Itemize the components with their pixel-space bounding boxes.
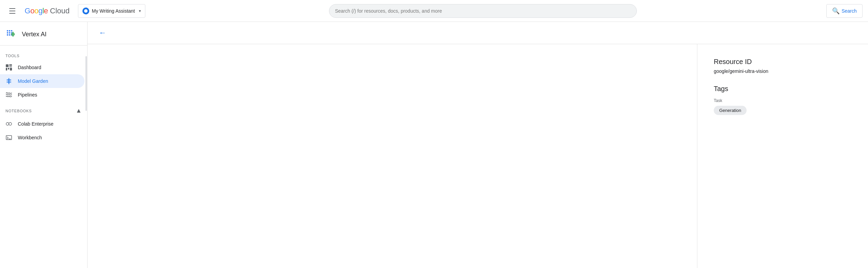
resource-id-section: Resource ID google/gemini-ultra-vision bbox=[714, 58, 852, 74]
colab-icon bbox=[5, 120, 12, 127]
svg-point-15 bbox=[6, 123, 9, 125]
sidebar-scrollbar-thumb bbox=[86, 56, 87, 111]
svg-rect-7 bbox=[9, 34, 10, 36]
search-input[interactable] bbox=[335, 8, 631, 14]
project-dropdown-icon: ▾ bbox=[139, 9, 141, 13]
search-button-label: Search bbox=[842, 8, 857, 14]
colab-enterprise-label: Colab Enterprise bbox=[18, 121, 53, 127]
svg-rect-10 bbox=[9, 64, 12, 66]
main-layout: Vertex AI TOOLS Dashboard bbox=[0, 22, 868, 268]
content-left bbox=[88, 44, 697, 268]
content-toolbar: ← bbox=[88, 22, 868, 44]
sidebar-item-pipelines[interactable]: Pipelines bbox=[0, 88, 84, 102]
search-button[interactable]: 🔍 Search bbox=[826, 4, 863, 18]
dashboard-icon bbox=[5, 64, 12, 71]
vertex-ai-icon bbox=[5, 29, 16, 40]
sidebar-item-dashboard[interactable]: Dashboard bbox=[0, 61, 84, 74]
google-cloud-logo: Google Cloud bbox=[25, 7, 70, 15]
logo-g-blue: G bbox=[25, 7, 30, 15]
notebooks-section-label: NOTEBOOKS bbox=[5, 109, 32, 113]
svg-point-16 bbox=[9, 123, 12, 125]
content-area: ← Resource ID google/gemini-ultra-vision… bbox=[88, 22, 868, 268]
notebooks-chevron-icon: ▲ bbox=[76, 107, 82, 114]
logo-g-red: o bbox=[30, 7, 35, 15]
content-right-panel: Resource ID google/gemini-ultra-vision T… bbox=[697, 44, 868, 268]
svg-rect-2 bbox=[11, 30, 12, 31]
menu-button[interactable] bbox=[5, 4, 19, 18]
tags-label: Tags bbox=[714, 85, 852, 93]
search-bar[interactable] bbox=[329, 4, 637, 18]
sidebar-title: Vertex AI bbox=[22, 31, 47, 38]
svg-rect-3 bbox=[7, 32, 8, 34]
notebooks-group-header[interactable]: NOTEBOOKS ▲ bbox=[0, 102, 87, 117]
generation-tag-badge: Generation bbox=[714, 106, 747, 115]
sidebar-item-colab-enterprise[interactable]: Colab Enterprise bbox=[0, 117, 84, 131]
logo-g-blue2: g bbox=[38, 7, 42, 15]
logo-g-yellow: o bbox=[34, 7, 38, 15]
sidebar-scrollbar[interactable] bbox=[85, 49, 87, 268]
sidebar: Vertex AI TOOLS Dashboard bbox=[0, 22, 88, 268]
project-icon bbox=[82, 8, 89, 14]
back-button[interactable]: ← bbox=[96, 26, 109, 40]
pipelines-icon bbox=[5, 91, 12, 98]
dashboard-label: Dashboard bbox=[18, 65, 41, 70]
project-name: My Writing Assistant bbox=[92, 8, 135, 14]
workbench-label: Workbench bbox=[18, 135, 42, 140]
svg-rect-13 bbox=[8, 68, 9, 69]
header: Google Cloud My Writing Assistant ▾ 🔍 Se… bbox=[0, 0, 868, 22]
svg-rect-1 bbox=[9, 30, 10, 31]
tags-section: Tags Task Generation bbox=[714, 85, 852, 115]
logo-cloud-text: Cloud bbox=[50, 7, 69, 15]
svg-rect-12 bbox=[6, 68, 7, 71]
resource-id-label: Resource ID bbox=[714, 58, 852, 66]
svg-rect-6 bbox=[7, 34, 8, 36]
task-label: Task bbox=[714, 98, 852, 103]
resource-id-value: google/gemini-ultra-vision bbox=[714, 68, 852, 74]
svg-rect-0 bbox=[7, 30, 8, 31]
sidebar-content: TOOLS Dashboard bbox=[0, 46, 87, 268]
back-arrow-icon: ← bbox=[99, 28, 106, 37]
search-icon: 🔍 bbox=[832, 7, 840, 15]
sidebar-item-model-garden[interactable]: Model Garden bbox=[0, 74, 84, 88]
workbench-icon bbox=[5, 134, 12, 141]
content-main: Resource ID google/gemini-ultra-vision T… bbox=[88, 44, 868, 268]
pipelines-label: Pipelines bbox=[18, 92, 37, 98]
tools-section-label: TOOLS bbox=[0, 48, 87, 61]
model-garden-icon bbox=[5, 78, 12, 85]
search-container bbox=[329, 4, 637, 18]
svg-rect-9 bbox=[6, 64, 9, 67]
hamburger-icon bbox=[9, 8, 15, 14]
sidebar-header: Vertex AI bbox=[0, 22, 87, 46]
svg-rect-14 bbox=[10, 68, 12, 71]
svg-rect-11 bbox=[9, 66, 12, 67]
logo-g-red2: e bbox=[44, 7, 48, 15]
model-garden-label: Model Garden bbox=[18, 78, 48, 84]
sidebar-item-workbench[interactable]: Workbench bbox=[0, 131, 84, 144]
svg-rect-4 bbox=[9, 32, 10, 34]
project-selector[interactable]: My Writing Assistant ▾ bbox=[78, 4, 146, 18]
